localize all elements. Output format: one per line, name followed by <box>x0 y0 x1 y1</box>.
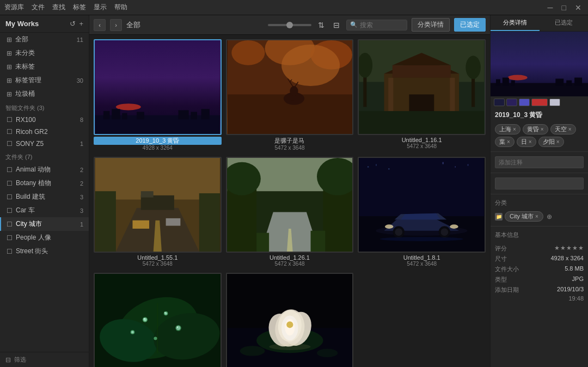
sidebar-item-rx100[interactable]: ☐ RX100 8 <box>0 114 89 126</box>
sidebar-item-car[interactable]: ☐ Car 车 3 <box>0 204 89 217</box>
sidebar-item-all-label: 全部 <box>15 35 77 44</box>
add-folder-icon[interactable]: + <box>79 20 83 28</box>
search-input[interactable] <box>360 21 403 29</box>
menu-file[interactable]: 文件 <box>32 3 45 12</box>
color-swatch-5 <box>549 99 560 106</box>
classify-tag-city-remove[interactable]: × <box>535 213 538 219</box>
content-area: ‹ › 全部 ⇅ ⊟ 🔍 分类详情 已选定 <box>89 15 490 367</box>
tab-classify-detail[interactable]: 分类详情 <box>491 15 540 31</box>
color-swatch-3 <box>519 99 530 106</box>
sidebar-header-actions: ↺ + <box>70 20 83 28</box>
nav-back-button[interactable]: ‹ <box>94 19 106 31</box>
menu-find[interactable]: 查找 <box>52 3 65 12</box>
tag-shanghai[interactable]: 上海 × <box>495 124 520 134</box>
refresh-icon[interactable]: ↺ <box>70 20 76 28</box>
zoom-slider[interactable] <box>268 24 311 26</box>
nav-forward-button[interactable]: › <box>110 19 122 31</box>
animal-icon: ☐ <box>7 166 13 174</box>
star-rating[interactable]: ★ ★ ★ ★ ★ <box>554 244 584 253</box>
filter-button[interactable]: ⊟ <box>331 21 342 29</box>
star-5[interactable]: ★ <box>578 244 584 253</box>
sidebar-item-trash[interactable]: ⊞ 垃圾桶 <box>0 87 89 101</box>
photo-item-3[interactable]: Untitled_1.16.1 5472 x 3648 <box>358 39 486 152</box>
sidebar-item-people[interactable]: ☐ People 人像 <box>0 231 89 244</box>
star-1[interactable]: ★ <box>554 244 560 253</box>
photo-image-6 <box>359 158 485 252</box>
svg-rect-34 <box>471 76 475 107</box>
photo-info-2: 是骡子是马 5472 x 3648 <box>226 135 354 152</box>
sidebar-item-animal[interactable]: ☐ Animal 动物 2 <box>0 163 89 176</box>
sidebar: My Works ↺ + ⊞ 全部 11 ⊞ 未分类 ⊞ 未标签 ⊞ 标签管理 … <box>0 15 89 367</box>
photo-name-4: Untitled_1.55.1 <box>94 254 222 261</box>
sidebar-item-uncategorized[interactable]: ⊞ 未分类 <box>0 46 89 60</box>
sidebar-item-build[interactable]: ☐ Build 建筑 3 <box>0 190 89 204</box>
sidebar-item-unlabeled[interactable]: ⊞ 未标签 <box>0 60 89 74</box>
svg-point-90 <box>144 318 145 319</box>
photo-image-8 <box>227 274 353 367</box>
photo-item-4[interactable]: Untitled_1.55.1 5472 x 3648 <box>94 157 222 268</box>
tag-sun[interactable]: 日 × <box>517 137 536 147</box>
smart-folders-label: 智能文件夹 (3) <box>0 101 89 114</box>
tag-dusk[interactable]: 黄昏 × <box>523 124 548 134</box>
classify-tag-city[interactable]: City 城市 × <box>505 211 543 222</box>
menu-view[interactable]: 显示 <box>94 3 107 12</box>
tag-sky-remove[interactable]: × <box>568 126 572 132</box>
photo-thumb-7 <box>94 273 222 367</box>
maximize-button[interactable]: □ <box>560 3 568 12</box>
photo-item-1[interactable]: 2019_10_3 黄昏 4928 x 3264 <box>94 39 222 152</box>
photo-size-4: 5472 x 3648 <box>94 261 222 267</box>
star-2[interactable]: ★ <box>560 244 566 253</box>
photo-item-7[interactable]: Untitled_1.9.1 5472 x 3648 <box>94 273 222 367</box>
sidebar-item-ricoh[interactable]: ☐ Ricoh GR2 <box>0 126 89 138</box>
filter-label[interactable]: 筛选 <box>14 356 26 364</box>
sidebar-item-all[interactable]: ⊞ 全部 11 <box>0 33 89 46</box>
added-value: 2019/10/3 <box>557 286 584 294</box>
tag-leaf-remove[interactable]: × <box>507 139 510 145</box>
sidebar-item-people-label: People 人像 <box>16 233 83 242</box>
tag-dusk-remove[interactable]: × <box>541 126 544 132</box>
classify-detail-button[interactable]: 分类详情 <box>412 18 450 32</box>
star-3[interactable]: ★ <box>566 244 572 253</box>
photo-item-8[interactable]: Untitled_1.10.1 5472 x 3648 <box>226 273 354 367</box>
tag-shanghai-remove[interactable]: × <box>513 126 516 132</box>
photo-thumb-6 <box>358 157 486 253</box>
classify-area: 📁 City 城市 × ⊕ <box>491 209 588 224</box>
menu-help[interactable]: 帮助 <box>114 3 127 12</box>
classify-add-icon[interactable]: ⊕ <box>547 213 552 221</box>
svg-rect-63 <box>455 166 456 167</box>
photo-item-6[interactable]: Untitled_1.8.1 5472 x 3648 <box>358 157 486 268</box>
right-preview <box>491 32 588 96</box>
tag-sky[interactable]: 天空 × <box>550 124 576 134</box>
sort-button[interactable]: ⇅ <box>316 21 327 29</box>
sidebar-item-sony[interactable]: ☐ SONY Z5 1 <box>0 138 89 150</box>
photo-item-5[interactable]: Untitled_1.26.1 5472 x 3648 <box>226 157 354 268</box>
menu-library[interactable]: 资源库 <box>4 3 24 12</box>
selected-button[interactable]: 已选定 <box>454 18 486 32</box>
menu-tags[interactable]: 标签 <box>73 3 86 12</box>
photo-name-2: 是骡子是马 <box>226 137 354 145</box>
current-folder-label: 全部 <box>126 20 143 30</box>
tag-sunset-remove[interactable]: × <box>556 139 560 145</box>
svg-rect-112 <box>555 79 564 86</box>
star-4[interactable]: ★ <box>572 244 578 253</box>
photo-item-2[interactable]: 是骡子是马 5472 x 3648 <box>226 39 354 152</box>
close-button[interactable]: ✕ <box>573 3 584 12</box>
tag-leaf[interactable]: 葉 × <box>495 137 514 147</box>
people-icon: ☐ <box>7 234 13 242</box>
photo-image-3 <box>359 40 485 134</box>
tag-sunset[interactable]: 夕阳 × <box>538 137 564 147</box>
added-time: 19:48 <box>495 295 584 304</box>
note-input[interactable] <box>495 156 584 168</box>
minimize-button[interactable]: ─ <box>546 3 555 12</box>
sidebar-item-city[interactable]: ☐ City 城市 1 <box>0 217 89 231</box>
sidebar-item-botany[interactable]: ☐ Botany 植物 2 <box>0 176 89 190</box>
folder-icon: 📁 <box>495 213 503 221</box>
tab-selected[interactable]: 已选定 <box>540 15 589 31</box>
sidebar-item-street[interactable]: ☐ Street 街头 <box>0 244 89 258</box>
url-input[interactable]: http:// <box>495 178 584 189</box>
tags-area: 上海 × 黄昏 × 天空 × 葉 × 日 × 夕阳 × <box>491 122 588 149</box>
zoom-slider-thumb <box>286 22 293 28</box>
svg-rect-111 <box>511 80 515 85</box>
sidebar-item-tag-mgmt[interactable]: ⊞ 标签管理 30 <box>0 74 89 87</box>
tag-sun-remove[interactable]: × <box>529 139 532 145</box>
